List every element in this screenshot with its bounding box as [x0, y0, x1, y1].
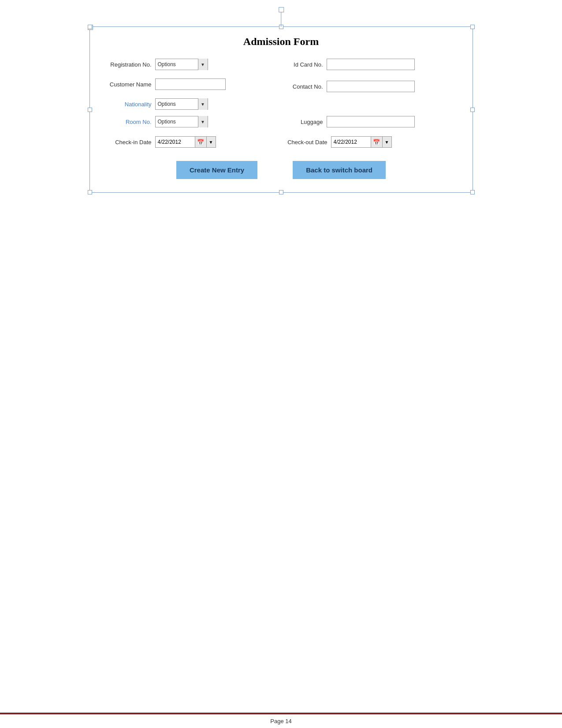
id-card-no-label: Id Card No.	[283, 61, 323, 68]
nationality-field: Nationality Options ▼	[103, 98, 279, 110]
registration-dropdown-arrow[interactable]: ▼	[198, 59, 208, 70]
checkout-calendar-icon[interactable]: 📅	[371, 136, 382, 148]
registration-dropdown-text: Options	[156, 61, 198, 67]
create-new-entry-button[interactable]: Create New Entry	[176, 161, 257, 179]
handle-corner-tr[interactable]	[470, 25, 475, 29]
registration-no-label: Registration No.	[103, 61, 152, 68]
checkin-date-arrow[interactable]: ▼	[206, 136, 216, 148]
luggage-input[interactable]	[327, 116, 415, 127]
contact-no-field: Contact No.	[283, 76, 459, 92]
handle-corner-bl[interactable]	[88, 190, 92, 194]
checkout-date-label: Check-out Date	[283, 139, 328, 146]
room-no-field: Room No. Options ▼	[103, 116, 279, 127]
checkin-calendar-icon[interactable]: 📅	[195, 136, 206, 148]
nationality-label: Nationality	[103, 101, 152, 108]
contact-no-label: Contact No.	[283, 83, 323, 90]
checkin-date-field: Check-in Date 📅 ▼	[103, 136, 279, 148]
nationality-dropdown-arrow[interactable]: ▼	[198, 98, 208, 110]
room-no-label: Room No.	[103, 119, 152, 125]
top-connector	[281, 9, 282, 27]
customer-name-input[interactable]	[155, 78, 226, 90]
id-card-no-field: Id Card No.	[283, 59, 459, 70]
id-card-no-input[interactable]	[327, 59, 415, 70]
handle-edge-right[interactable]	[470, 108, 475, 112]
handle-corner-br[interactable]	[470, 190, 475, 194]
form-buttons: Create New Entry Back to switch board	[103, 161, 459, 179]
form-title: Admission Form	[103, 36, 459, 48]
handle-corner-tl[interactable]	[88, 25, 92, 29]
checkin-date-label: Check-in Date	[103, 139, 152, 146]
handle-edge-left[interactable]	[88, 108, 92, 112]
customer-name-label: Customer Name	[103, 81, 152, 88]
checkout-date-arrow[interactable]: ▼	[382, 136, 392, 148]
admission-form: Admission Form Registration No. Options …	[89, 26, 473, 193]
registration-no-field: Registration No. Options ▼	[103, 59, 279, 70]
back-to-switchboard-button[interactable]: Back to switch board	[293, 161, 386, 179]
registration-no-dropdown[interactable]: Options ▼	[155, 59, 208, 70]
room-no-dropdown-arrow[interactable]: ▼	[198, 116, 208, 127]
page-footer: Page 14	[0, 713, 562, 728]
checkout-date-field: Check-out Date 📅 ▼	[283, 136, 459, 148]
room-no-dropdown[interactable]: Options ▼	[155, 116, 208, 127]
checkout-date-wrapper: 📅 ▼	[331, 136, 392, 148]
contact-no-input[interactable]	[327, 81, 415, 92]
checkin-date-wrapper: 📅 ▼	[155, 136, 216, 148]
customer-name-field: Customer Name	[103, 78, 279, 90]
nationality-dropdown[interactable]: Options ▼	[155, 98, 208, 110]
luggage-field: Luggage	[283, 116, 459, 127]
page-number: Page 14	[270, 714, 291, 728]
luggage-label: Luggage	[283, 119, 323, 125]
room-no-dropdown-text: Options	[156, 119, 198, 125]
checkin-date-input[interactable]	[155, 136, 195, 148]
checkout-date-input[interactable]	[331, 136, 371, 148]
nationality-dropdown-text: Options	[156, 101, 198, 107]
handle-edge-bottom[interactable]	[279, 190, 283, 194]
